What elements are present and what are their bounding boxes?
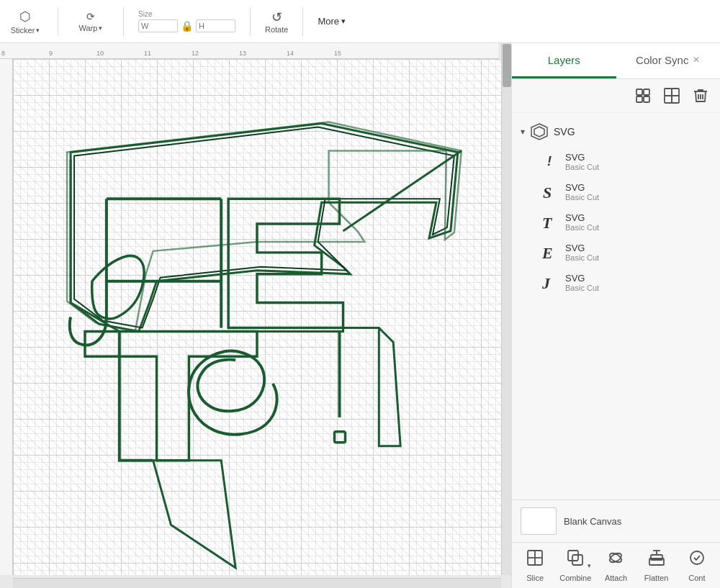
sticker-tool[interactable]: ⬡ Sticker ▾ bbox=[7, 9, 43, 35]
height-input[interactable] bbox=[196, 19, 235, 32]
layer-title-3: SVG bbox=[565, 212, 599, 223]
attach-button[interactable]: Attach bbox=[596, 548, 636, 582]
warp-tool[interactable]: ⟳ Warp ▾ bbox=[73, 11, 109, 32]
layer-subtitle-5: Basic Cut bbox=[565, 284, 599, 292]
sticker-icon: ⬡ bbox=[19, 9, 31, 24]
sticker-chevron: ▾ bbox=[36, 27, 40, 34]
layer-group-header[interactable]: ▾ SVG bbox=[518, 117, 714, 146]
sticker-label: Sticker bbox=[11, 26, 35, 35]
rotate-icon: ↺ bbox=[271, 9, 282, 25]
layer-title-5: SVG bbox=[565, 273, 599, 284]
group-chevron-icon: ▾ bbox=[521, 127, 525, 137]
layer-group-name: SVG bbox=[554, 126, 575, 137]
svg-rect-7 bbox=[644, 96, 649, 102]
tab-colorsync[interactable]: Color Sync ✕ bbox=[616, 43, 721, 78]
more-button[interactable]: More ▾ bbox=[318, 16, 346, 27]
svg-rect-31 bbox=[651, 555, 662, 560]
ruler-mark-9: 9 bbox=[49, 50, 53, 57]
layer-info-3: SVG Basic Cut bbox=[565, 212, 599, 232]
svg-rect-8 bbox=[665, 89, 672, 96]
slice-icon bbox=[526, 548, 544, 571]
combine-chevron-icon: ▾ bbox=[588, 562, 591, 569]
colorsync-close-icon[interactable]: ✕ bbox=[693, 55, 700, 65]
svg-point-34 bbox=[690, 551, 703, 564]
jets-drawing bbox=[13, 59, 501, 575]
layer-icon-2: S bbox=[539, 181, 559, 202]
group-button[interactable] bbox=[632, 85, 654, 107]
warp-icon: ⟳ bbox=[86, 11, 95, 22]
layer-item-1[interactable]: ! SVG Basic Cut bbox=[518, 146, 714, 176]
layer-info-1: SVG Basic Cut bbox=[565, 152, 599, 171]
svg-rect-11 bbox=[672, 96, 679, 103]
size-label: Size bbox=[138, 10, 235, 18]
size-inputs: Size 🔒 bbox=[138, 10, 235, 32]
layer-subtitle-1: Basic Cut bbox=[565, 163, 599, 171]
blank-canvas-thumbnail bbox=[521, 507, 557, 535]
separator-2 bbox=[123, 7, 124, 36]
rotate-label: Rotate bbox=[265, 25, 288, 34]
flatten-label: Flatten bbox=[644, 574, 669, 582]
layer-item-4[interactable]: E SVG Basic Cut bbox=[518, 237, 714, 267]
layer-group-svg: ▾ SVG ! SVG Basic Cut bbox=[512, 117, 720, 297]
rotate-tool[interactable]: ↺ Rotate bbox=[265, 9, 288, 34]
layer-list: ▾ SVG ! SVG Basic Cut bbox=[512, 113, 720, 499]
colorsync-tab-label: Color Sync bbox=[636, 54, 688, 66]
ruler-mark-10: 10 bbox=[96, 50, 104, 57]
s-icon: S bbox=[541, 182, 557, 201]
flatten-icon bbox=[647, 548, 666, 571]
svg-text:J: J bbox=[541, 274, 551, 291]
panel-icon-toolbar bbox=[512, 79, 720, 113]
layer-icon-5: J bbox=[539, 272, 559, 292]
ruler-mark-12: 12 bbox=[192, 50, 199, 57]
layer-icon-4: E bbox=[539, 242, 559, 262]
svg-marker-18 bbox=[534, 127, 544, 137]
attach-label: Attach bbox=[605, 574, 627, 582]
attach-icon bbox=[606, 548, 625, 571]
cont-button[interactable]: Cont bbox=[677, 548, 716, 582]
svg-rect-6 bbox=[636, 96, 642, 102]
svg-text:E: E bbox=[541, 244, 553, 261]
layer-subtitle-3: Basic Cut bbox=[565, 223, 599, 232]
right-panel: Layers Color Sync ✕ bbox=[511, 43, 720, 588]
layer-title-4: SVG bbox=[565, 243, 599, 253]
layer-item-5[interactable]: J SVG Basic Cut bbox=[518, 267, 714, 297]
more-chevron-icon: ▾ bbox=[341, 17, 346, 26]
main-area: 8 9 10 11 12 13 14 15 bbox=[0, 43, 720, 588]
ungroup-button[interactable] bbox=[661, 85, 683, 107]
blank-canvas-section[interactable]: Blank Canvas bbox=[512, 499, 720, 542]
scrollbar-thumb-v[interactable] bbox=[503, 44, 511, 87]
combine-label: Combine bbox=[559, 574, 591, 582]
cont-icon bbox=[688, 548, 706, 571]
separator-3 bbox=[250, 7, 251, 36]
layer-item-3[interactable]: T SVG Basic Cut bbox=[518, 207, 714, 237]
flatten-button[interactable]: Flatten bbox=[636, 548, 676, 582]
layer-title-2: SVG bbox=[565, 182, 599, 193]
svg-text:S: S bbox=[543, 184, 552, 201]
separator-1 bbox=[58, 7, 58, 36]
ruler-mark-13: 13 bbox=[239, 50, 246, 57]
cont-label: Cont bbox=[688, 574, 705, 582]
scrollbar-horizontal[interactable] bbox=[13, 578, 501, 588]
svg-rect-10 bbox=[665, 96, 672, 103]
more-label: More bbox=[318, 16, 339, 27]
combine-button[interactable]: Combine ▾ bbox=[556, 548, 595, 582]
layer-info-5: SVG Basic Cut bbox=[565, 273, 599, 292]
slice-button[interactable]: Slice bbox=[516, 548, 555, 582]
layer-subtitle-2: Basic Cut bbox=[565, 193, 599, 202]
grid-canvas bbox=[13, 59, 501, 575]
layer-info-4: SVG Basic Cut bbox=[565, 243, 599, 262]
svg-rect-4 bbox=[636, 89, 642, 95]
ruler-mark-15: 15 bbox=[334, 50, 341, 57]
layer-subtitle-4: Basic Cut bbox=[565, 253, 599, 262]
width-input[interactable] bbox=[138, 19, 178, 32]
main-toolbar: ⬡ Sticker ▾ ⟳ Warp ▾ Size 🔒 ↺ Rotate Mor… bbox=[0, 0, 720, 43]
ruler-mark-14: 14 bbox=[287, 50, 294, 57]
scrollbar-vertical[interactable] bbox=[501, 43, 511, 575]
ruler-left bbox=[0, 59, 13, 575]
layer-item-2[interactable]: S SVG Basic Cut bbox=[518, 176, 714, 207]
combine-icon bbox=[566, 548, 585, 571]
separator-4 bbox=[302, 7, 303, 36]
tab-layers[interactable]: Layers bbox=[512, 43, 616, 78]
svg-rect-9 bbox=[672, 89, 679, 96]
delete-button[interactable] bbox=[690, 85, 711, 107]
